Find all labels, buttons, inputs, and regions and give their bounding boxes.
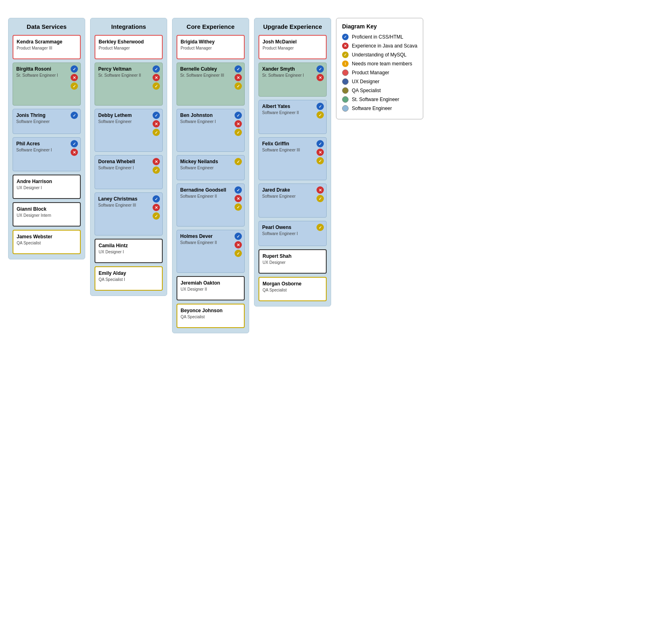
main-layout: Data ServicesKendra ScrammageProduct Man… xyxy=(8,18,664,333)
member-role: Software Engineer I xyxy=(16,147,69,153)
member-card: Laney ChristmasSoftware Engineer III xyxy=(95,192,163,235)
member-card: Dorena WhebellSoftware Engineer I xyxy=(95,155,163,189)
team-column: IntegrationsBerkley EsherwoodProduct Man… xyxy=(90,18,167,296)
member-name: Josh McDaniel xyxy=(263,39,323,45)
member-name: Laney Christmas xyxy=(98,196,151,203)
blue-check-badge xyxy=(235,112,242,119)
member-name: Holmes Dever xyxy=(180,233,233,240)
member-role: UX Designer xyxy=(263,260,323,265)
red-x-badge xyxy=(317,186,324,194)
badge-container xyxy=(153,112,160,136)
member-role: Product Manager xyxy=(263,45,323,51)
red-x-badge xyxy=(153,74,160,81)
blue-check-badge xyxy=(153,195,160,203)
member-card: Albert YatesSoftware Engineer II xyxy=(258,100,327,134)
member-card: Jared DrakeSoftware Engineer xyxy=(258,183,327,218)
gold-check-badge xyxy=(153,82,160,90)
blue-check-badge xyxy=(153,112,160,119)
legend-red-x: ✕Experience in Java and Scava xyxy=(342,43,417,49)
member-role: UX Designer Intern xyxy=(17,213,77,218)
blue-check-badge xyxy=(153,65,160,73)
blue-check-badge xyxy=(235,233,242,240)
member-card: Andre HarrisonUX Designer I xyxy=(13,175,81,199)
legend-title: Diagram Key xyxy=(342,23,417,30)
badge-container xyxy=(235,65,242,90)
legend-warning-label: Needs more team members xyxy=(352,61,412,67)
badge-container xyxy=(235,158,242,165)
team-column: Upgrade ExperienceJosh McDanielProduct M… xyxy=(254,18,331,307)
member-card: Jonis ThringSoftware Engineer xyxy=(13,109,81,134)
team-column: Data ServicesKendra ScrammageProduct Man… xyxy=(8,18,85,259)
member-name: Dorena Whebell xyxy=(98,159,151,165)
legend-qa: QA Specialist xyxy=(342,87,417,94)
legend-swe-swatch xyxy=(342,105,349,112)
member-card: Camila HintzUX Designer I xyxy=(95,239,163,263)
member-name: Brigida Withey xyxy=(181,39,241,45)
gold-check-badge xyxy=(71,82,78,90)
member-role: QA Specialist xyxy=(17,240,77,246)
member-name: Emily Alday xyxy=(99,270,159,277)
member-role: Sr. Software Engineer I xyxy=(16,73,69,78)
badge-container xyxy=(235,233,242,257)
legend-gold-check-label: Understanding of MySQL xyxy=(352,52,407,58)
member-card: Phil AcresSoftware Engineer I xyxy=(13,137,81,171)
red-x-badge xyxy=(235,241,242,248)
member-name: Morgan Osborne xyxy=(263,281,323,287)
member-card: Debby LethemSoftware Engineer xyxy=(95,109,163,152)
gold-check-badge xyxy=(235,129,242,136)
member-name: Jeremiah Oakton xyxy=(181,280,241,287)
legend-red-x-icon: ✕ xyxy=(342,43,349,49)
member-card: Mickey NeilandsSoftware Engineer xyxy=(177,155,245,180)
red-x-badge xyxy=(235,74,242,81)
gold-check-badge xyxy=(235,250,242,257)
blue-check-badge xyxy=(235,65,242,73)
member-name: Jared Drake xyxy=(262,187,315,194)
red-x-badge xyxy=(71,149,78,156)
blue-check-badge xyxy=(71,65,78,73)
badge-container xyxy=(153,158,160,174)
legend-qa-swatch xyxy=(342,87,349,94)
member-role: QA Specialist xyxy=(263,287,323,293)
member-name: Rupert Shah xyxy=(263,253,323,260)
red-x-badge xyxy=(153,120,160,127)
legend-sr-swe-swatch xyxy=(342,96,349,103)
badge-container xyxy=(71,65,78,90)
member-role: Software Engineer III xyxy=(98,203,151,208)
legend-gold-check: ✓Understanding of MySQL xyxy=(342,52,417,58)
gold-check-badge xyxy=(235,158,242,165)
member-name: Felix Griffin xyxy=(262,141,315,147)
member-card: Bernadine GoodsellSoftware Engineer II xyxy=(177,183,245,227)
member-role: UX Designer I xyxy=(99,249,159,255)
member-name: Andre Harrison xyxy=(17,179,77,185)
gold-check-badge xyxy=(235,203,242,211)
red-x-badge xyxy=(71,74,78,81)
legend-box: Diagram Key✓Proficient in CSS/HTML✕Exper… xyxy=(336,18,423,119)
team-title: Upgrade Experience xyxy=(258,23,327,30)
legend-gold-check-icon: ✓ xyxy=(342,52,349,58)
member-role: Sr. Software Engineer II xyxy=(98,73,151,78)
member-role: UX Designer I xyxy=(17,185,77,190)
member-card: Josh McDanielProduct Manager xyxy=(258,35,327,59)
legend-ux: UX Designer xyxy=(342,78,417,85)
red-x-badge xyxy=(153,204,160,211)
member-name: Bernadine Goodsell xyxy=(180,187,233,194)
teams-layout: Data ServicesKendra ScrammageProduct Man… xyxy=(8,18,331,333)
red-x-badge xyxy=(317,74,324,81)
member-card: Emily AldayQA Specialist I xyxy=(95,266,163,291)
member-name: Pearl Owens xyxy=(262,225,315,231)
member-card: Rupert ShahUX Designer xyxy=(258,249,327,274)
member-role: Software Engineer xyxy=(16,119,69,124)
member-card: Percy VeltmanSr. Software Engineer II xyxy=(95,63,163,106)
member-role: Software Engineer xyxy=(262,194,315,199)
member-name: James Webster xyxy=(17,234,77,240)
member-name: Gianni Block xyxy=(17,206,77,213)
red-x-badge xyxy=(317,149,324,156)
member-role: Software Engineer I xyxy=(98,165,151,171)
member-name: Berkley Esherwood xyxy=(99,39,159,45)
team-title: Integrations xyxy=(95,23,163,30)
blue-check-badge xyxy=(71,140,78,147)
member-card: Pearl OwensSoftware Engineer I xyxy=(258,221,327,246)
gold-check-badge xyxy=(153,212,160,220)
legend-swe: Software Engineer xyxy=(342,105,417,112)
blue-check-badge xyxy=(317,103,324,110)
